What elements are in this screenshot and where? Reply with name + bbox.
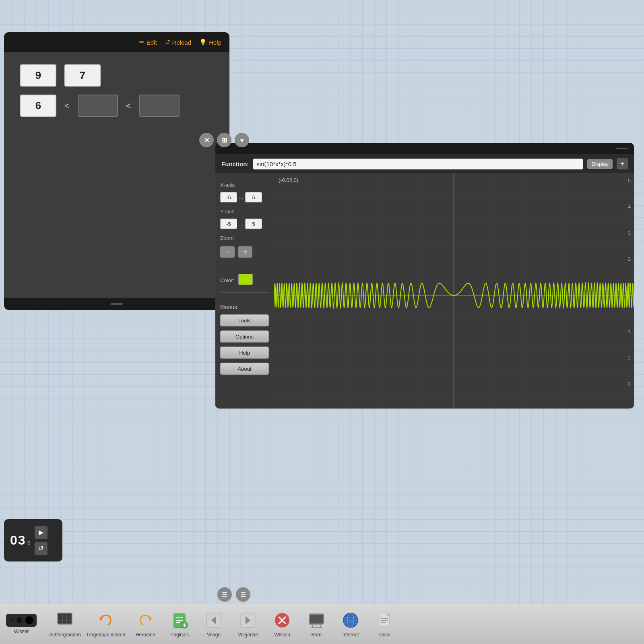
help-menu-button[interactable]: Help [220, 347, 269, 359]
color-swatch[interactable] [238, 274, 253, 285]
toolbar-item-next[interactable]: Volgende [232, 607, 264, 641]
prev-label: Vorige [207, 632, 221, 638]
timer-unit: s [27, 539, 31, 546]
timer-widget: 03 s ▶ ↺ [4, 519, 62, 561]
timer-controls: ▶ ↺ [35, 526, 47, 555]
scroll-left-button[interactable]: ☰ [217, 587, 232, 602]
doc-icon [375, 611, 394, 630]
graph-svg [274, 174, 634, 409]
toolbar-sep-1 [43, 610, 43, 638]
toolbar-item-pages[interactable]: Pagina's [163, 607, 196, 641]
redo-label: Herhalen [136, 632, 155, 638]
sidebar-divider [220, 265, 269, 265]
y-label-1: 1 [623, 283, 631, 288]
y-axis-min-input[interactable] [220, 219, 237, 229]
svg-marker-27 [99, 617, 103, 620]
plotter-content: X-axis ... Y-axis ... Zoom - + Color: [215, 174, 634, 409]
color-row: Color: [220, 274, 269, 285]
x-axis-max-input[interactable] [245, 192, 262, 202]
math-panel-content: 9 7 6 < < [4, 52, 229, 298]
math-row-2: 6 < < [20, 95, 213, 117]
toolbar-item-prev[interactable]: Vorige [198, 607, 230, 641]
bottom-toolbar: Wisser Achtergronden Ongedaan maken [0, 604, 644, 644]
y-label-neg4: -4 [623, 407, 631, 409]
undo-icon [96, 611, 116, 630]
toolbar-item-undo[interactable]: Ongedaan maken [85, 607, 127, 641]
y-label-3: 3 [623, 230, 631, 236]
backgrounds-icon [55, 611, 74, 630]
y-label-neg2: -2 [623, 355, 631, 361]
next-label: Volgende [238, 632, 258, 638]
function-bar: Function: Display + [215, 154, 634, 174]
reload-button[interactable]: ↺ Reload [165, 39, 192, 46]
sidebar-divider-2 [220, 292, 269, 293]
svg-marker-28 [148, 617, 153, 620]
toolbar-item-eraser[interactable]: Wisser [4, 607, 39, 641]
zoom-in-button[interactable]: + [238, 246, 252, 258]
y-label-4: 4 [623, 204, 631, 210]
toolbar-item-redo[interactable]: Herhalen [129, 607, 161, 641]
function-label: Function: [221, 161, 249, 167]
pencil-icon: ✏ [139, 39, 144, 46]
number-box-7[interactable]: 7 [64, 64, 101, 87]
y-label-2: 2 [623, 256, 631, 262]
tools-button[interactable]: Tools [220, 314, 269, 326]
y-label-5: 5 [623, 178, 631, 184]
y-axis-row: ... [220, 219, 269, 229]
function-input[interactable] [253, 159, 583, 169]
plotter-drag-handle [616, 148, 628, 149]
math-panel-toolbar: ✏ Edit ↺ Reload 💡 Help [4, 32, 229, 52]
eraser-label: Wisser [14, 629, 29, 634]
operator-less-1: < [64, 101, 70, 111]
internet-icon [341, 611, 360, 630]
empty-box-1[interactable] [78, 95, 118, 117]
eraser-dot-large [25, 616, 33, 624]
y-axis-dots: ... [239, 221, 243, 227]
toolbar-item-backgrounds[interactable]: Achtergronden [47, 607, 83, 641]
prev-icon [204, 611, 223, 630]
edit-button[interactable]: ✏ Edit [139, 39, 157, 46]
toolbar-item-erase-all[interactable]: Wissen [266, 607, 298, 641]
scroll-right-button[interactable]: ☰ [236, 587, 250, 602]
eraser-group [6, 614, 37, 627]
number-box-6[interactable]: 6 [20, 95, 56, 117]
copy-window-button[interactable]: ⊞ [217, 133, 231, 147]
erase-all-label: Wissen [274, 632, 290, 638]
pages-label: Pagina's [170, 632, 189, 638]
timer-reset-button[interactable]: ↺ [35, 542, 47, 555]
about-button[interactable]: About [220, 363, 269, 375]
y-axis-label: Y-axis [220, 208, 269, 215]
drag-handle [111, 303, 123, 305]
zoom-row: - + [220, 246, 269, 258]
doc-label: Docu [379, 632, 390, 638]
number-box-9[interactable]: 9 [20, 64, 56, 87]
x-axis-dots: ... [239, 194, 243, 200]
plotter-panel: Function: Display + X-axis ... Y-axis ..… [215, 143, 634, 409]
close-window-button[interactable]: ✕ [199, 133, 214, 147]
plotter-graph[interactable]: (-0.02;0) [274, 174, 634, 409]
x-axis-min-input[interactable] [220, 192, 237, 202]
plotter-sidebar: X-axis ... Y-axis ... Zoom - + Color: [215, 174, 274, 409]
empty-box-2[interactable] [139, 95, 180, 117]
svg-rect-21 [58, 614, 71, 623]
toolbar-item-board[interactable]: Bord [300, 607, 332, 641]
x-axis-row: ... [220, 192, 269, 202]
y-label-neg1: -1 [623, 329, 631, 334]
timer-play-button[interactable]: ▶ [35, 526, 47, 539]
undo-label: Ongedaan maken [87, 632, 125, 638]
minimize-window-button[interactable]: ▾ [235, 133, 249, 147]
add-function-button[interactable]: + [617, 158, 628, 169]
window-controls: ✕ ⊞ ▾ [199, 133, 249, 147]
toolbar-item-doc[interactable]: Docu [369, 607, 401, 641]
y-axis-labels: 5 4 3 2 1 -1 -2 -3 -4 [623, 174, 631, 409]
color-label: Color: [220, 277, 234, 283]
math-panel-bottom [4, 298, 229, 310]
zoom-out-button[interactable]: - [220, 246, 235, 258]
display-button[interactable]: Display [587, 159, 613, 169]
eraser-dot-small [9, 618, 13, 622]
options-button[interactable]: Options [220, 330, 269, 343]
y-axis-max-input[interactable] [245, 219, 262, 229]
toolbar-item-internet[interactable]: Internet [334, 607, 367, 641]
timer-display: 03 [10, 533, 26, 548]
help-button[interactable]: 💡 Help [199, 39, 221, 46]
